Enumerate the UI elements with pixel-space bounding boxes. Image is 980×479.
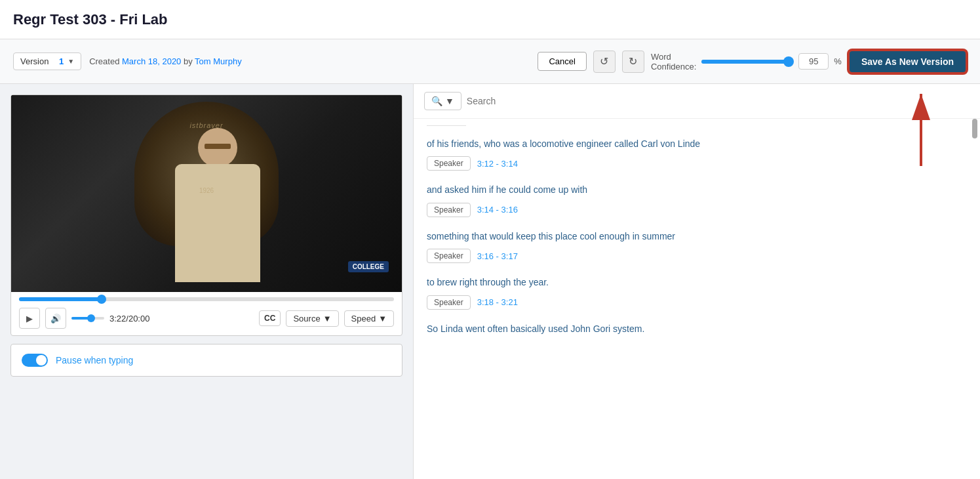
transcript-text: and asked him if he could come up with bbox=[427, 182, 967, 197]
version-number: 1 bbox=[59, 56, 64, 66]
college-badge: COLLEGE bbox=[348, 261, 389, 272]
version-select[interactable]: Version 1 ▼ bbox=[13, 52, 81, 70]
search-input[interactable] bbox=[467, 96, 970, 106]
video-year: 1926 bbox=[199, 187, 214, 194]
source-dropdown[interactable]: Source ▼ bbox=[286, 310, 338, 327]
left-panel: istbraver COLLEGE 1926 bbox=[0, 84, 413, 479]
volume-track bbox=[71, 317, 104, 320]
slider-fill bbox=[701, 60, 789, 64]
time-range: 3:16 - 3:17 bbox=[477, 251, 518, 261]
redo-button[interactable]: ↻ bbox=[622, 51, 644, 73]
undo-button[interactable]: ↺ bbox=[593, 51, 616, 73]
video-frame[interactable]: istbraver COLLEGE 1926 bbox=[11, 95, 402, 292]
video-controls: ▶ 🔊 3:22/20:00 CC Source ▼ bbox=[11, 304, 402, 335]
chevron-down-icon: ▼ bbox=[68, 58, 74, 65]
source-chevron-icon: ▼ bbox=[323, 314, 332, 323]
speaker-row: Speaker 3:16 - 3:17 bbox=[427, 249, 967, 263]
page-title: Regr Test 303 - Fri Lab bbox=[13, 11, 168, 28]
toggle-thumb bbox=[36, 355, 47, 365]
transcript-block: something that would keep this place coo… bbox=[427, 229, 967, 263]
word-confidence: WordConfidence: 95 % bbox=[651, 52, 842, 72]
version-label: Version bbox=[20, 56, 49, 66]
video-scrubber[interactable] bbox=[11, 292, 402, 304]
percent-symbol: % bbox=[834, 56, 842, 66]
search-dropdown-icon: ▼ bbox=[445, 96, 454, 106]
time-range: 3:14 - 3:16 bbox=[477, 205, 518, 215]
time-range: 3:12 - 3:14 bbox=[477, 159, 518, 169]
created-info: Created March 18, 2020 by Tom Murphy bbox=[89, 56, 242, 66]
speaker-row: Speaker 3:12 - 3:14 bbox=[427, 156, 967, 171]
header: Regr Test 303 - Fri Lab bbox=[0, 0, 980, 39]
transcript-block: to brew right through the year. Speaker … bbox=[427, 275, 967, 309]
speaker-row: Speaker 3:14 - 3:16 bbox=[427, 203, 967, 217]
save-as-new-version-button[interactable]: Save As New Version bbox=[848, 50, 967, 73]
scrubber-track bbox=[19, 297, 394, 301]
confidence-slider[interactable] bbox=[701, 60, 793, 64]
volume-button[interactable]: 🔊 bbox=[45, 308, 66, 329]
video-person bbox=[162, 128, 273, 292]
volume-slider[interactable] bbox=[71, 317, 104, 320]
cancel-button[interactable]: Cancel bbox=[538, 52, 586, 71]
scrubber-thumb bbox=[97, 295, 106, 304]
cc-button[interactable]: CC bbox=[259, 310, 281, 326]
transcript-text: something that would keep this place coo… bbox=[427, 229, 967, 243]
video-body bbox=[175, 164, 260, 282]
search-bar: 🔍 ▼ bbox=[414, 84, 980, 119]
search-button[interactable]: 🔍 ▼ bbox=[424, 92, 461, 110]
right-panel: 🔍 ▼ of his friends, who was a locomotive… bbox=[413, 84, 980, 479]
speaker-badge[interactable]: Speaker bbox=[427, 249, 471, 263]
redo-icon: ↻ bbox=[629, 55, 637, 68]
search-icon: 🔍 bbox=[431, 96, 442, 106]
speed-dropdown[interactable]: Speed ▼ bbox=[344, 310, 394, 327]
speed-label: Speed bbox=[351, 314, 376, 323]
speaker-badge[interactable]: Speaker bbox=[427, 295, 471, 310]
video-glasses bbox=[205, 144, 231, 149]
volume-icon: 🔊 bbox=[50, 314, 61, 323]
scroll-indicator bbox=[972, 119, 977, 138]
play-icon: ▶ bbox=[26, 314, 33, 323]
play-button[interactable]: ▶ bbox=[19, 308, 40, 329]
time-display: 3:22/20:00 bbox=[109, 314, 254, 323]
main-content: istbraver COLLEGE 1926 bbox=[0, 84, 980, 479]
volume-thumb bbox=[87, 314, 95, 322]
speed-chevron-icon: ▼ bbox=[378, 314, 387, 323]
transcript-scroll[interactable]: of his friends, who was a locomotive eng… bbox=[414, 119, 980, 479]
speaker-badge[interactable]: Speaker bbox=[427, 203, 471, 217]
toolbar-controls: Cancel ↺ ↻ WordConfidence: 95 % Save As … bbox=[538, 50, 967, 73]
confidence-label: WordConfidence: bbox=[651, 52, 696, 72]
confidence-value[interactable]: 95 bbox=[798, 53, 829, 70]
undo-icon: ↺ bbox=[600, 55, 608, 68]
transcript-text: to brew right through the year. bbox=[427, 275, 967, 289]
time-range: 3:18 - 3:21 bbox=[477, 297, 518, 307]
transcript-text: of his friends, who was a locomotive eng… bbox=[427, 136, 967, 151]
slider-track bbox=[701, 60, 793, 64]
transcript-divider-top bbox=[427, 125, 466, 126]
pause-typing-panel: Pause when typing bbox=[10, 344, 402, 377]
toolbar: Version 1 ▼ Created March 18, 2020 by To… bbox=[0, 39, 980, 84]
transcript-block: and asked him if he could come up with S… bbox=[427, 182, 967, 217]
save-button-wrapper: Save As New Version bbox=[848, 50, 967, 73]
scrubber-fill bbox=[19, 297, 102, 301]
slider-thumb bbox=[783, 56, 794, 67]
speaker-badge[interactable]: Speaker bbox=[427, 156, 471, 171]
transcript-block: of his friends, who was a locomotive eng… bbox=[427, 136, 967, 171]
transcript-block: So Linda went often basically used John … bbox=[427, 322, 967, 336]
video-background: istbraver COLLEGE 1926 bbox=[11, 95, 402, 292]
pause-typing-label: Pause when typing bbox=[56, 355, 133, 365]
source-label: Source bbox=[293, 314, 320, 323]
pause-typing-toggle[interactable] bbox=[22, 354, 48, 367]
speaker-row: Speaker 3:18 - 3:21 bbox=[427, 295, 967, 310]
video-container: istbraver COLLEGE 1926 bbox=[10, 94, 402, 336]
transcript-text: So Linda went often basically used John … bbox=[427, 322, 967, 336]
